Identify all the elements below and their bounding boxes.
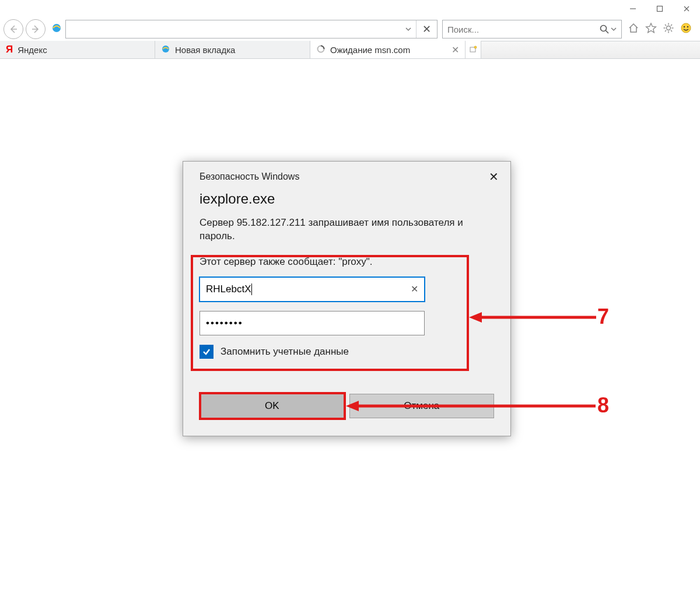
tab-close-button[interactable]: ✕	[452, 44, 459, 55]
forward-button[interactable]	[26, 19, 46, 39]
checkmark-icon	[202, 347, 211, 356]
password-field[interactable]: ••••••••	[200, 311, 425, 335]
credentials-dialog: Безопасность Windows ✕ iexplore.exe Серв…	[183, 161, 511, 436]
svg-point-6	[687, 26, 688, 27]
chevron-down-icon	[405, 26, 411, 32]
chevron-down-icon	[611, 26, 617, 32]
cancel-button[interactable]: Отмена	[349, 394, 495, 418]
tab-yandex[interactable]: Я Яндекс	[0, 41, 155, 58]
new-tab-icon	[469, 46, 477, 54]
svg-point-2	[601, 26, 607, 32]
address-bar[interactable]: ✕	[65, 20, 438, 38]
smiley-button[interactable]	[680, 22, 692, 36]
ok-button[interactable]: OK	[200, 394, 345, 418]
smiley-icon	[680, 22, 692, 34]
tab-new[interactable]: Новая вкладка	[155, 41, 310, 58]
close-icon	[683, 5, 690, 12]
tab-label: Новая вкладка	[175, 45, 235, 55]
minimize-icon	[629, 5, 636, 12]
remember-checkbox[interactable]	[200, 345, 214, 359]
text-caret	[251, 284, 252, 295]
star-icon	[645, 22, 657, 34]
maximize-icon	[656, 5, 663, 12]
svg-rect-0	[657, 6, 663, 12]
tab-msn[interactable]: Ожидание msn.com ✕	[310, 41, 466, 58]
home-button[interactable]	[628, 22, 639, 36]
ie-logo-icon	[51, 23, 62, 36]
password-mask: ••••••••	[206, 317, 243, 329]
dialog-title: Безопасность Windows	[200, 172, 299, 182]
arrow-left-icon	[9, 24, 18, 34]
cancel-label: Отмена	[404, 400, 439, 412]
username-field[interactable]: RHLebctX ✕	[200, 277, 425, 302]
search-bar[interactable]: Поиск...	[442, 20, 622, 38]
dialog-realm: Этот сервер также сообщает: "proxy".	[200, 256, 494, 268]
username-value: RHLebctX	[206, 284, 251, 295]
window-close-button[interactable]	[673, 0, 700, 18]
svg-point-10	[474, 46, 477, 48]
home-icon	[628, 22, 639, 34]
search-icon	[599, 24, 610, 34]
svg-point-5	[684, 26, 685, 27]
favorites-button[interactable]	[645, 22, 657, 36]
dialog-app-name: iexplore.exe	[200, 191, 510, 207]
gear-icon	[663, 22, 674, 34]
address-dropdown-icon[interactable]	[401, 24, 416, 34]
tab-label: Ожидание msn.com	[330, 45, 410, 55]
search-button[interactable]	[599, 24, 617, 34]
annotation-label-8: 8	[597, 393, 609, 418]
search-placeholder: Поиск...	[447, 24, 599, 34]
yandex-icon: Я	[6, 44, 13, 55]
remember-label: Запомнить учетные данные	[220, 346, 349, 358]
stop-loading-button[interactable]: ✕	[416, 20, 437, 38]
annotation-label-7: 7	[597, 304, 609, 329]
svg-point-4	[681, 23, 691, 33]
new-tab-button[interactable]	[466, 41, 481, 58]
window-maximize-button[interactable]	[646, 0, 673, 18]
spinner-icon	[316, 44, 326, 55]
dialog-close-button[interactable]: ✕	[483, 170, 505, 184]
window-minimize-button[interactable]	[620, 0, 646, 18]
ie-logo-icon	[161, 44, 170, 55]
tools-button[interactable]	[663, 22, 674, 36]
arrow-right-icon	[31, 24, 40, 34]
dialog-description: Сервер 95.182.127.211 запрашивает имя по…	[200, 216, 494, 243]
clear-input-button[interactable]: ✕	[411, 284, 418, 295]
back-button[interactable]	[4, 19, 23, 39]
tab-label: Яндекс	[18, 45, 47, 55]
svg-point-3	[667, 26, 671, 30]
tabstrip-spacer	[481, 41, 700, 58]
ok-label: OK	[265, 400, 279, 412]
